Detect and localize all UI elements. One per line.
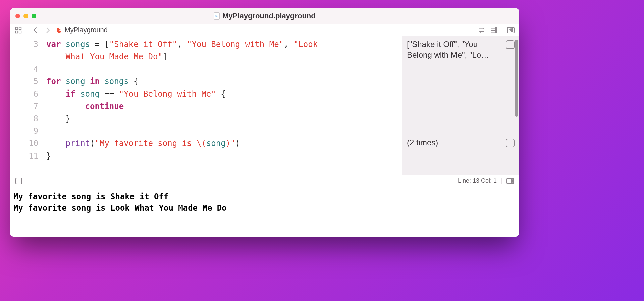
toggle-debug-panel-icon[interactable] [506,178,514,184]
window-title: MyPlayground.playground [10,12,519,20]
code-content[interactable]: var songs = ["Shake it Off", "You Belong… [44,36,402,175]
svg-rect-2 [16,31,18,33]
adjust-editor-icon[interactable] [490,26,497,34]
result-value: ["Shake it Off", "You Belong with Me", "… [407,39,502,60]
quicklook-icon[interactable] [506,139,515,147]
swap-icon[interactable] [478,26,485,34]
navigation-toolbar: MyPlayground [10,24,519,36]
add-editor-icon[interactable] [507,27,515,33]
source-editor[interactable]: 3 4567891011 var songs = ["Shake it Off"… [10,36,402,175]
window-title-text: MyPlayground.playground [222,12,315,20]
swift-file-icon [214,12,220,20]
toolbar-separator [502,27,502,34]
breakpoint-toggle-icon[interactable] [15,178,22,184]
debug-status-bar: Line: 13 Col: 1 [10,175,519,186]
quicklook-icon[interactable] [506,40,515,49]
result-row: (2 times) [407,137,515,148]
nav-forward-icon[interactable] [44,26,51,34]
related-items-icon[interactable] [15,26,22,34]
console-output[interactable]: My favorite song is Shake it Off My favo… [10,186,519,237]
breadcrumb[interactable]: MyPlayground [56,26,108,34]
breadcrumb-file: MyPlayground [65,26,108,34]
results-sidebar: ["Shake it Off", "You Belong with Me", "… [402,36,519,175]
toolbar-separator [501,178,502,184]
close-window-button[interactable] [15,14,20,18]
titlebar: MyPlayground.playground [10,8,519,24]
xcode-window: MyPlayground.playground MyPlayground [10,8,519,237]
nav-back-icon[interactable] [32,26,39,34]
svg-rect-1 [19,27,21,29]
svg-rect-3 [19,31,21,33]
scrollbar-thumb[interactable] [515,40,518,117]
editor-area: 3 4567891011 var songs = ["Shake it Off"… [10,36,519,175]
result-row: ["Shake it Off", "You Belong with Me", "… [407,39,515,60]
swift-icon [56,27,62,33]
svg-rect-0 [16,27,18,29]
toolbar-separator [27,27,27,34]
result-value: (2 times) [407,137,502,148]
cursor-position: Line: 13 Col: 1 [458,177,497,184]
line-gutter: 3 4567891011 [10,36,44,175]
svg-rect-7 [496,27,497,33]
minimize-window-button[interactable] [23,14,28,18]
window-controls [15,14,36,18]
zoom-window-button[interactable] [32,14,36,18]
